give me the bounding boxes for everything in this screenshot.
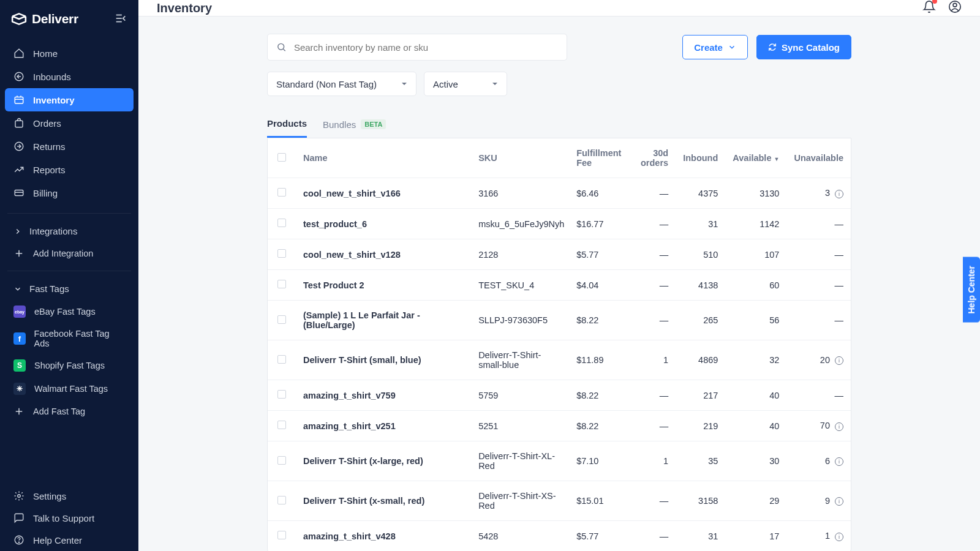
nav-icon <box>13 187 24 198</box>
svg-rect-9 <box>15 121 23 127</box>
page-title: Inventory <box>157 1 212 15</box>
sidebar-item-billing[interactable]: Billing <box>5 181 134 204</box>
row-checkbox[interactable] <box>277 219 286 227</box>
col-30d-orders[interactable]: 30d orders <box>618 138 676 178</box>
cell-name: Deliverr T-Shirt (x-small, red) <box>296 481 471 521</box>
row-checkbox[interactable] <box>277 496 286 504</box>
sidebar-add-fast-tag[interactable]: Add Fast Tag <box>0 400 138 422</box>
info-icon[interactable]: i <box>835 457 843 466</box>
cell-30d: — <box>618 380 676 411</box>
cell-sku: Deliverr-T-Shirt-XS-Red <box>471 481 569 521</box>
help-center-tab[interactable]: Help Center <box>963 257 980 323</box>
row-checkbox[interactable] <box>277 315 286 324</box>
cell-unavailable: 6 i <box>786 441 851 481</box>
fast-tag-item[interactable]: fFacebook Fast Tag Ads <box>0 323 138 354</box>
row-checkbox[interactable] <box>277 355 286 364</box>
chevron-down-icon <box>728 43 736 51</box>
row-checkbox[interactable] <box>277 188 286 197</box>
sidebar-item-inventory[interactable]: Inventory <box>5 88 134 111</box>
filter-status-select[interactable]: Active <box>424 72 507 96</box>
cell-fee: $5.77 <box>569 239 618 270</box>
cell-name: cool_new_t_shirt_v166 <box>296 178 471 209</box>
row-checkbox[interactable] <box>277 249 286 258</box>
nav-icon <box>13 48 24 59</box>
sidebar-item-home[interactable]: Home <box>5 42 134 65</box>
create-button[interactable]: Create <box>682 35 748 59</box>
row-checkbox[interactable] <box>277 280 286 288</box>
fast-tag-item[interactable]: ✳Walmart Fast Tags <box>0 377 138 400</box>
cell-unavailable: — <box>786 301 851 340</box>
cell-30d: — <box>618 209 676 239</box>
brand-mark-icon <box>11 11 27 27</box>
table-row[interactable]: amazing_t_shirt_v4285428$5.77—31171 i <box>268 521 851 552</box>
sync-catalog-label: Sync Catalog <box>782 42 840 53</box>
account-button[interactable] <box>948 0 962 16</box>
table-row[interactable]: Deliverr T-Shirt (x-large, red)Deliverr-… <box>268 441 851 481</box>
sidebar-footer-help-center[interactable]: Help Center <box>0 529 138 551</box>
table-row[interactable]: cool_new_t_shirt_v1282128$5.77—510107— <box>268 239 851 270</box>
table-row[interactable]: amazing_t_shirt_v7595759$8.22—21740— <box>268 380 851 411</box>
sidebar-item-returns[interactable]: Returns <box>5 135 134 158</box>
col-name[interactable]: Name <box>296 138 471 178</box>
fast-tag-item[interactable]: SShopify Fast Tags <box>0 354 138 377</box>
sort-desc-icon: ▼ <box>774 156 779 162</box>
collapse-sidebar-icon[interactable] <box>114 12 127 27</box>
info-icon[interactable]: i <box>835 422 843 431</box>
svg-line-24 <box>284 49 285 51</box>
table-row[interactable]: Deliverr T-Shirt (small, blue)Deliverr-T… <box>268 340 851 380</box>
col-unavailable[interactable]: Unavailable <box>786 138 851 178</box>
cell-available: 17 <box>725 521 786 552</box>
row-checkbox[interactable] <box>277 390 286 399</box>
info-icon[interactable]: i <box>835 356 843 365</box>
sidebar-item-orders[interactable]: Orders <box>5 111 134 135</box>
info-icon[interactable]: i <box>835 190 843 198</box>
cell-available: 29 <box>725 481 786 521</box>
filter-tag-select[interactable]: Standard (Non Fast Tag) <box>267 72 417 96</box>
cell-inbound: 31 <box>676 521 725 552</box>
search-input[interactable] <box>294 42 558 53</box>
cell-sku: Deliverr-T-Shirt-XL-Red <box>471 441 569 481</box>
table-row[interactable]: amazing_t_shirt_v2515251$8.22—2194070 i <box>268 411 851 441</box>
cell-name: (Sample) 1 L Le Parfait Jar - (Blue/Larg… <box>296 301 471 340</box>
sidebar-integrations-header[interactable]: Integrations <box>0 220 138 242</box>
table-row[interactable]: Test Product 2TEST_SKU_4$4.04—413860— <box>268 270 851 301</box>
cell-inbound: 31 <box>676 209 725 239</box>
sidebar-item-inbounds[interactable]: Inbounds <box>5 65 134 88</box>
table-row[interactable]: Deliverr T-Shirt (x-small, red)Deliverr-… <box>268 481 851 521</box>
plus-icon <box>13 248 24 259</box>
col-inbound[interactable]: Inbound <box>676 138 725 178</box>
col-fee[interactable]: Fulfillment Fee <box>569 138 618 178</box>
row-checkbox[interactable] <box>277 531 286 539</box>
sidebar-footer-settings[interactable]: Settings <box>0 485 138 507</box>
tab-bundles[interactable]: Bundles BETA <box>323 118 386 138</box>
chevron-right-icon <box>13 227 22 236</box>
cell-name: Deliverr T-Shirt (x-large, red) <box>296 441 471 481</box>
info-icon[interactable]: i <box>835 497 843 506</box>
table-row[interactable]: cool_new_t_shirt_v1663166$6.46—437531303… <box>268 178 851 209</box>
sidebar-fast-tags-header[interactable]: Fast Tags <box>0 277 138 300</box>
sidebar-footer-talk-to-support[interactable]: Talk to Support <box>0 507 138 529</box>
cell-fee: $11.89 <box>569 340 618 380</box>
sidebar-item-reports[interactable]: Reports <box>5 158 134 181</box>
notifications-button[interactable] <box>922 0 936 16</box>
row-checkbox[interactable] <box>277 421 286 429</box>
tab-products[interactable]: Products <box>267 118 307 138</box>
sidebar-add-integration[interactable]: Add Integration <box>0 242 138 264</box>
table-row[interactable]: (Sample) 1 L Le Parfait Jar - (Blue/Larg… <box>268 301 851 340</box>
search-input-wrap[interactable] <box>267 34 567 61</box>
cell-inbound: 217 <box>676 380 725 411</box>
row-checkbox[interactable] <box>277 456 286 465</box>
select-all-checkbox[interactable] <box>277 153 286 162</box>
fast-tag-item[interactable]: ebayeBay Fast Tags <box>0 300 138 323</box>
sync-catalog-button[interactable]: Sync Catalog <box>756 35 851 59</box>
info-icon[interactable]: i <box>835 533 843 541</box>
fast-tag-badge: S <box>13 359 26 372</box>
col-sku[interactable]: SKU <box>471 138 569 178</box>
brand-logo[interactable]: Deliverr <box>11 11 78 27</box>
cell-fee: $15.01 <box>569 481 618 521</box>
cell-sku: 3166 <box>471 178 569 209</box>
svg-rect-5 <box>15 97 23 104</box>
cell-available: 1142 <box>725 209 786 239</box>
table-row[interactable]: test_product_6msku_6_5uFeJy9Nyh$16.77—31… <box>268 209 851 239</box>
col-available[interactable]: Available▼ <box>725 138 786 178</box>
